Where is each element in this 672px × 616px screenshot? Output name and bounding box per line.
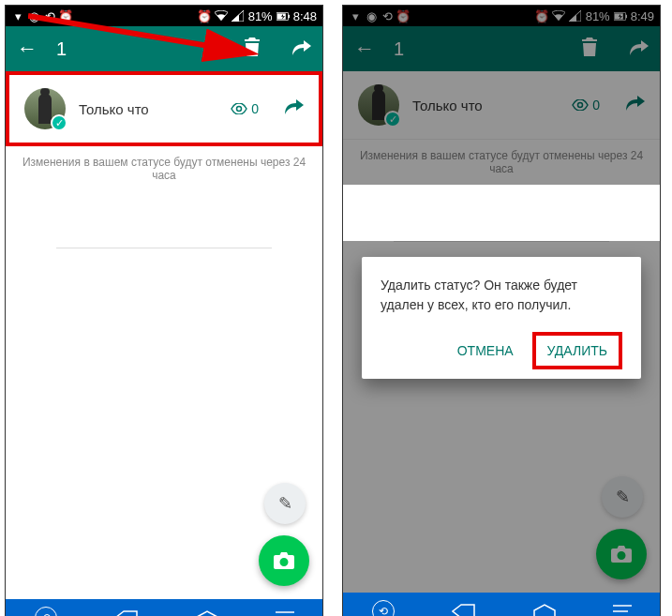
- svg-rect-10: [625, 14, 626, 18]
- nav-recent[interactable]: [613, 605, 632, 616]
- signal-icon: [569, 9, 582, 23]
- share-button[interactable]: [292, 38, 311, 60]
- delete-button[interactable]: [581, 38, 598, 61]
- check-icon: ✓: [51, 114, 67, 131]
- notif-icon: ▾: [11, 9, 24, 23]
- eye-icon: ◉: [27, 9, 40, 23]
- screenshot-right: ▾ ◉ ⟲ ⏰ ⏰ 81% 8:49 ← 1: [342, 5, 661, 616]
- nav-back[interactable]: [114, 610, 139, 616]
- share-button[interactable]: [630, 38, 649, 60]
- nav-recent[interactable]: [276, 611, 294, 616]
- status-item-selected[interactable]: ✓ Только что 0: [6, 71, 322, 146]
- signal-icon: [231, 9, 245, 23]
- expiry-hint: Изменения в вашем статусе будут отменены…: [6, 146, 322, 191]
- expiry-hint: Изменения в вашем статусе будут отменены…: [343, 140, 660, 185]
- divider: [394, 241, 609, 242]
- sync-icon: ⟲: [43, 9, 56, 23]
- clock-text: 8:49: [631, 9, 654, 23]
- cancel-button[interactable]: ОТМЕНА: [446, 336, 525, 366]
- status-timestamp: Только что: [79, 101, 217, 117]
- back-button[interactable]: ←: [17, 37, 37, 61]
- battery-icon: [276, 9, 290, 23]
- battery-icon: [614, 9, 627, 23]
- delete-dialog: Удалить статус? Он также будет удален у …: [362, 257, 641, 379]
- android-status-bar: ▾ ◉ ⟲ ⏰ ⏰ 81% 8:48: [6, 6, 322, 26]
- status-timestamp: Только что: [412, 98, 559, 113]
- notif-icon: ▾: [349, 9, 362, 23]
- clock-text: 8:48: [293, 9, 317, 23]
- avatar: ✓: [24, 88, 66, 129]
- android-status-bar: ▾ ◉ ⟲ ⏰ ⏰ 81% 8:49: [343, 6, 660, 26]
- edit-fab[interactable]: ✎: [602, 476, 643, 518]
- back-button[interactable]: ←: [354, 37, 375, 61]
- dialog-message: Удалить статус? Он также будет удален у …: [381, 276, 622, 315]
- alarm-icon: ⏰: [59, 9, 72, 23]
- android-nav-bar: ⟲: [343, 593, 660, 616]
- divider: [56, 248, 272, 248]
- delete-button[interactable]: [244, 38, 261, 61]
- battery-text: 81%: [248, 9, 273, 23]
- svg-point-12: [578, 103, 583, 108]
- selection-counter: 1: [56, 38, 225, 60]
- nav-tv-icon[interactable]: ⟲: [372, 600, 395, 616]
- nav-home[interactable]: [533, 604, 556, 616]
- camera-fab[interactable]: [596, 529, 647, 579]
- check-icon: ✓: [384, 111, 401, 128]
- wifi-icon: [215, 9, 228, 23]
- nav-back[interactable]: [452, 604, 476, 616]
- status-item-selected[interactable]: ✓ Только что 0: [343, 71, 660, 140]
- forward-button[interactable]: [626, 96, 645, 115]
- wifi-icon: [552, 9, 565, 23]
- battery-text: 81%: [586, 9, 610, 23]
- selection-counter: 1: [394, 38, 562, 60]
- views-count[interactable]: 0: [572, 98, 600, 113]
- edit-fab[interactable]: ✎: [264, 483, 306, 524]
- android-nav-bar: ⟲: [6, 599, 322, 616]
- svg-rect-3: [288, 14, 289, 18]
- alarm-icon: ⏰: [396, 9, 410, 23]
- confirm-delete-button[interactable]: УДАЛИТЬ: [532, 332, 622, 369]
- screenshot-left: ▾ ◉ ⟲ ⏰ ⏰ 81% 8:48 ← 1: [5, 5, 323, 616]
- nav-tv-icon[interactable]: ⟲: [35, 607, 57, 616]
- content-area: ✎: [6, 248, 322, 599]
- alarm-icon: ⏰: [198, 9, 211, 23]
- alarm-icon: ⏰: [535, 9, 548, 23]
- app-bar: ← 1: [343, 26, 660, 71]
- svg-point-5: [237, 107, 242, 112]
- views-count[interactable]: 0: [231, 101, 259, 116]
- app-bar: ← 1: [6, 26, 322, 71]
- camera-fab[interactable]: [259, 535, 309, 586]
- avatar: ✓: [358, 84, 399, 126]
- nav-home[interactable]: [196, 610, 218, 616]
- forward-button[interactable]: [285, 99, 304, 119]
- sync-icon: ⟲: [381, 9, 394, 23]
- eye-icon: ◉: [365, 9, 378, 23]
